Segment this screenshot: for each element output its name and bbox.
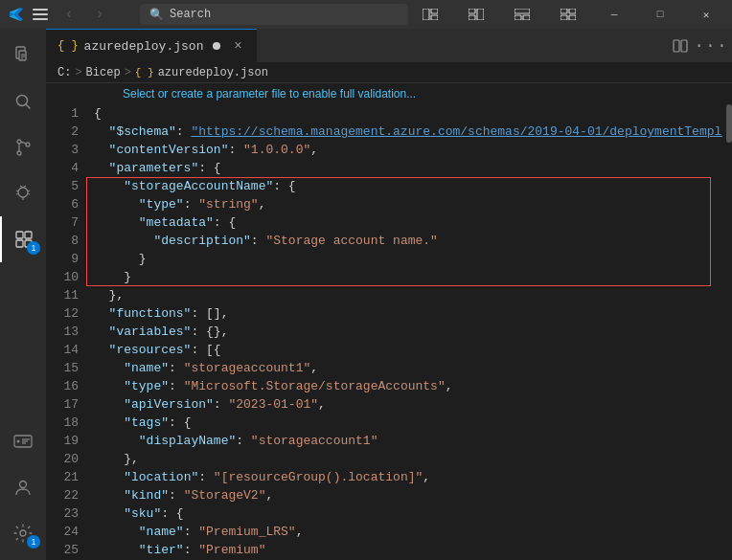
code-line-8[interactable]: "description": "Storage account name." [86,232,722,250]
svg-rect-10 [569,9,576,13]
editor-content: 1234567891011121314151617181920212223242… [46,104,732,560]
line-number-2: 2 [46,123,79,141]
svg-point-33 [17,440,20,443]
activity-item-settings[interactable]: 1 [0,510,46,556]
editor-area: { } azuredeploy.json × ··· C: > Bicep > [46,29,732,560]
nav-back-button[interactable]: ‹ [56,1,82,28]
code-line-7[interactable]: "metadata": { [86,213,722,232]
activity-item-debug[interactable] [0,170,46,216]
code-line-19[interactable]: "displayName": "storageaccount1" [86,432,722,450]
breadcrumb-folder[interactable]: Bicep [86,66,121,79]
line-number-22: 22 [46,486,79,504]
svg-point-21 [17,151,21,155]
line-number-3: 3 [46,141,79,159]
svg-rect-7 [515,15,521,20]
tab-close-button[interactable]: × [230,38,245,54]
activity-item-accounts[interactable] [0,464,46,510]
code-line-25[interactable]: "tier": "Premium" [86,541,722,559]
close-button[interactable]: ✕ [684,0,728,29]
code-line-17[interactable]: "apiVersion": "2023-01-01", [86,395,722,414]
nav-forward-button[interactable]: › [86,1,113,28]
hamburger-menu-icon[interactable] [33,9,48,20]
tab-file-icon: { } [57,39,79,53]
layout-icon-2[interactable] [454,0,498,29]
tab-azuredeploy[interactable]: { } azuredeploy.json × [46,29,257,62]
code-line-11[interactable]: }, [86,286,722,304]
line-number-23: 23 [46,504,79,523]
layout-icon-4[interactable] [546,0,590,29]
tab-bar: { } azuredeploy.json × ··· [46,29,732,62]
layout-icon-1[interactable] [408,0,452,29]
code-line-13[interactable]: "variables": {}, [86,323,722,341]
svg-rect-6 [515,9,530,13]
svg-rect-9 [560,9,567,13]
minimap-scrollbar[interactable] [726,104,732,143]
line-number-8: 8 [46,232,79,250]
activity-item-extensions[interactable]: 1 [0,216,46,262]
tab-actions: ··· [667,29,732,62]
activity-item-search[interactable] [0,78,46,124]
code-line-10[interactable]: } [86,268,722,286]
line-number-6: 6 [46,195,79,213]
line-number-16: 16 [46,377,79,395]
svg-rect-40 [681,40,687,52]
code-line-15[interactable]: "name": "storageaccount1", [86,359,722,377]
svg-rect-1 [431,9,438,13]
title-bar-left: ‹ › [0,1,140,28]
line-number-7: 7 [46,213,79,232]
search-box[interactable]: 🔍 Search [140,4,408,25]
code-line-24[interactable]: "name": "Premium_LRS", [86,523,722,541]
split-editor-button[interactable] [667,33,694,59]
line-number-10: 10 [46,268,79,286]
code-line-9[interactable]: } [86,250,722,268]
svg-point-18 [17,96,28,106]
line-number-15: 15 [46,359,79,377]
breadcrumb-sep-2: > [125,66,131,79]
activity-item-source-control[interactable] [0,124,46,170]
extensions-badge: 1 [27,241,40,255]
code-line-20[interactable]: }, [86,450,722,468]
maximize-button[interactable]: □ [638,0,682,29]
vscode-icon [8,6,25,23]
search-icon: 🔍 [149,8,164,22]
activity-item-remote[interactable] [0,418,46,464]
code-line-16[interactable]: "type": "Microsoft.Storage/storageAccoun… [86,377,722,395]
breadcrumb-file-icon: { } [135,67,154,78]
svg-point-37 [20,482,27,488]
code-line-14[interactable]: "resources": [{ [86,341,722,359]
svg-rect-28 [16,232,23,238]
breadcrumb: C: > Bicep > { } azuredeploy.json [46,62,732,83]
code-line-2[interactable]: "$schema": "https://schema.management.az… [86,123,722,141]
more-actions-button[interactable]: ··· [698,33,724,59]
breadcrumb-file[interactable]: azuredeploy.json [158,66,268,79]
code-line-12[interactable]: "functions": [], [86,304,722,323]
code-line-6[interactable]: "type": "string", [86,195,722,213]
code-area[interactable]: { "$schema": "https://schema.management.… [86,104,722,560]
code-line-22[interactable]: "kind": "StorageV2", [86,486,722,504]
code-line-1[interactable]: { [86,104,722,123]
line-number-5: 5 [46,177,79,195]
line-number-18: 18 [46,414,79,432]
svg-rect-30 [16,240,23,247]
window-controls: — □ ✕ [408,0,732,29]
minimize-button[interactable]: — [592,0,636,29]
svg-rect-12 [569,15,576,20]
svg-rect-4 [469,15,475,20]
svg-rect-29 [25,232,32,238]
code-line-23[interactable]: "sku": { [86,504,722,523]
line-number-4: 4 [46,159,79,177]
minimap [722,104,732,560]
nav-buttons: ‹ › [56,1,113,28]
activity-item-explorer[interactable] [0,33,46,78]
line-number-21: 21 [46,468,79,486]
line-numbers: 1234567891011121314151617181920212223242… [46,104,86,560]
code-line-18[interactable]: "tags": { [86,414,722,432]
code-line-4[interactable]: "parameters": { [86,159,722,177]
code-line-3[interactable]: "contentVersion": "1.0.0.0", [86,141,722,159]
search-bar: 🔍 Search [140,4,408,25]
layout-icon-3[interactable] [500,0,544,29]
code-line-21[interactable]: "location": "[resourceGroup().location]"… [86,468,722,486]
code-line-5[interactable]: "storageAccountName": { [86,177,722,195]
svg-rect-0 [423,9,429,20]
breadcrumb-drive[interactable]: C: [57,66,71,79]
